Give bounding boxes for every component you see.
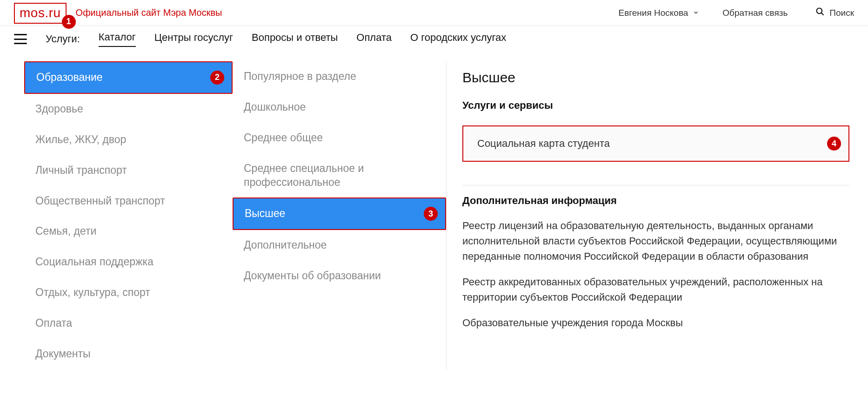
- logo[interactable]: mos.ru: [14, 3, 67, 24]
- nav-about[interactable]: О городских услугах: [410, 32, 506, 46]
- nav-faq[interactable]: Вопросы и ответы: [252, 32, 338, 46]
- annotation-badge-4: 4: [827, 137, 841, 151]
- main-content: Образование 2 Здоровье Жилье, ЖКУ, двор …: [0, 61, 868, 369]
- info-link-licenses[interactable]: Реестр лицензий на образовательную деяте…: [462, 218, 849, 264]
- content-column: Высшее Услуги и сервисы Социальная карта…: [447, 61, 868, 369]
- category-social-support[interactable]: Социальная поддержка: [24, 247, 233, 277]
- info-link-moscow-edu[interactable]: Образовательные учреждения города Москвы: [462, 315, 849, 330]
- category-health[interactable]: Здоровье: [24, 94, 233, 125]
- subcategory-popular[interactable]: Популярное в разделе: [233, 61, 446, 92]
- subcategory-vocational[interactable]: Среднее специальное и профессиональное: [233, 153, 446, 198]
- user-menu[interactable]: Евгения Носкова: [618, 8, 699, 18]
- annotation-badge-1: 1: [62, 15, 76, 29]
- nav-bar: Услуги: Каталог Центры госуслуг Вопросы …: [0, 26, 868, 52]
- category-family[interactable]: Семья, дети: [24, 216, 233, 247]
- subcategory-column: Популярное в разделе Дошкольное Среднее …: [233, 61, 447, 369]
- logo-wrapper: mos.ru 1: [14, 6, 67, 20]
- nav-payment[interactable]: Оплата: [356, 32, 392, 46]
- service-student-card[interactable]: Социальная карта студента 4: [462, 125, 849, 162]
- service-card-label: Социальная карта студента: [477, 138, 610, 150]
- feedback-link[interactable]: Обратная связь: [722, 8, 788, 18]
- subcategory-edu-docs[interactable]: Документы об образовании: [233, 261, 446, 291]
- subcategory-secondary[interactable]: Среднее общее: [233, 123, 446, 153]
- subcategory-label: Высшее: [245, 207, 285, 219]
- section-divider: [462, 185, 849, 185]
- category-education[interactable]: Образование 2: [24, 61, 233, 94]
- category-label: Образование: [36, 71, 103, 83]
- svg-line-1: [821, 13, 824, 15]
- chevron-down-icon: [693, 8, 699, 18]
- category-column: Образование 2 Здоровье Жилье, ЖКУ, двор …: [0, 61, 233, 369]
- services-heading: Услуги и сервисы: [462, 99, 849, 112]
- nav-centers[interactable]: Центры госуслуг: [154, 32, 233, 46]
- nav-services-label: Услуги:: [46, 33, 80, 45]
- category-documents[interactable]: Документы: [24, 339, 233, 369]
- subcategory-preschool[interactable]: Дошкольное: [233, 92, 446, 123]
- page-title: Высшее: [462, 70, 849, 86]
- search-icon: [815, 7, 825, 19]
- top-header: mos.ru 1 Официальный сайт Мэра Москвы Ев…: [0, 0, 868, 26]
- subcategory-additional[interactable]: Дополнительное: [233, 230, 446, 261]
- subcategory-higher[interactable]: Высшее 3: [233, 197, 446, 230]
- category-public-transport[interactable]: Общественный транспорт: [24, 186, 233, 217]
- nav-catalog[interactable]: Каталог: [99, 31, 136, 47]
- category-personal-transport[interactable]: Личный транспорт: [24, 155, 233, 186]
- category-housing[interactable]: Жилье, ЖКУ, двор: [24, 125, 233, 155]
- svg-point-0: [817, 8, 822, 14]
- category-payment[interactable]: Оплата: [24, 308, 233, 339]
- search-button[interactable]: Поиск: [815, 7, 854, 19]
- user-name: Евгения Носкова: [618, 8, 688, 18]
- category-leisure[interactable]: Отдых, культура, спорт: [24, 277, 233, 308]
- annotation-badge-2: 2: [210, 71, 224, 85]
- info-heading: Дополнительная информация: [462, 195, 849, 207]
- info-link-accredited[interactable]: Реестр аккредитованных образовательных у…: [462, 274, 849, 305]
- menu-icon[interactable]: [14, 34, 27, 44]
- search-label: Поиск: [829, 8, 854, 18]
- annotation-badge-3: 3: [424, 207, 438, 221]
- site-subtitle: Официальный сайт Мэра Москвы: [76, 7, 619, 18]
